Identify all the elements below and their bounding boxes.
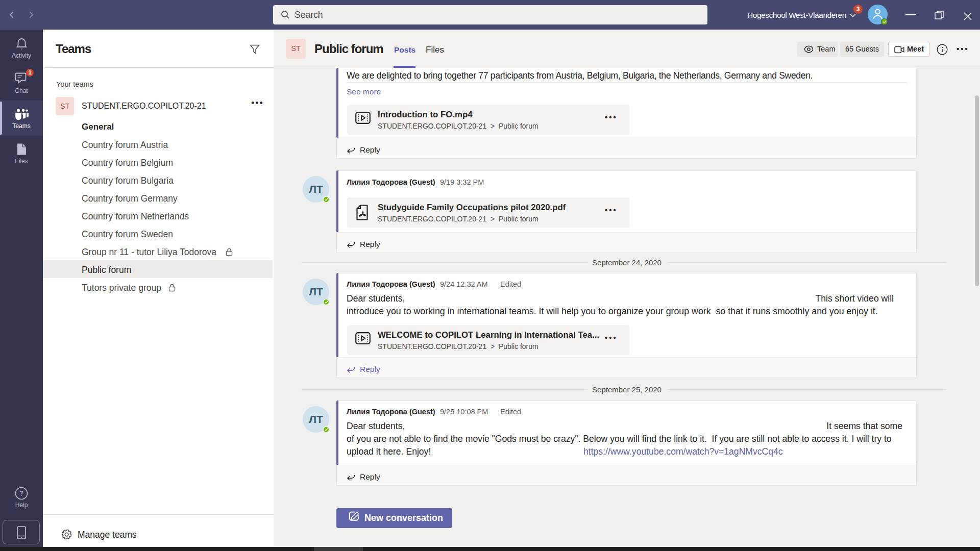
svg-text:?: ? xyxy=(19,489,23,497)
